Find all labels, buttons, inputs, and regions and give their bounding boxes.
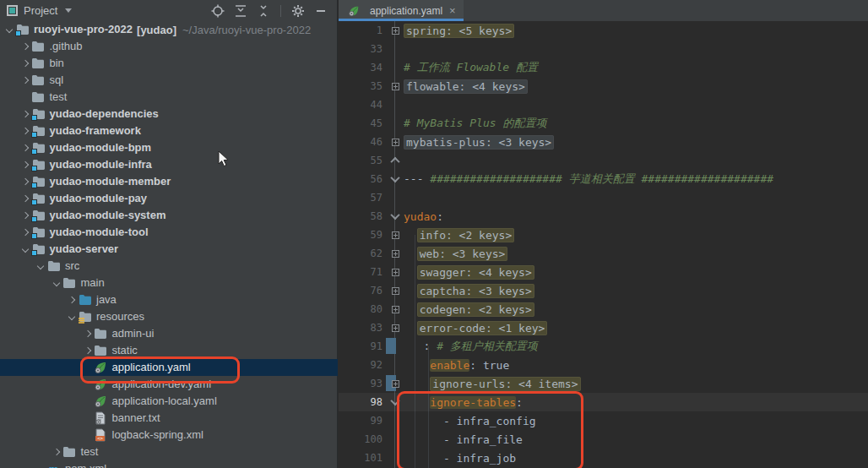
line-number: 92 [339,359,382,371]
code-area[interactable]: 1spring: <5 keys>3334# 工作流 Flowable 配置35… [339,21,868,468]
expand-all-button[interactable] [233,3,248,19]
tree-item-yudao-server[interactable]: yudao-server [0,241,338,258]
editor-line-56[interactable]: 56--- #################### 芋道相关配置 ######… [339,170,868,188]
tree-item-yudao-module-member[interactable]: yudao-module-member [0,173,338,190]
tree-item-src[interactable]: src [0,258,338,275]
settings-gear-button[interactable] [290,3,306,19]
fold-expanded-start-icon[interactable] [389,207,401,226]
editor-line-46[interactable]: 46mybatis-plus: <3 keys> [339,133,868,151]
chevron-down-icon[interactable] [19,243,31,255]
fold-collapsed-icon[interactable] [389,300,401,318]
fold-collapsed-icon[interactable] [389,226,401,244]
chevron-right-icon[interactable] [66,294,78,306]
editor-line-44[interactable]: 44 [339,95,868,114]
tree-item-yudao-framework[interactable]: yudao-framework [0,122,338,139]
tree-item-yudao-module-pay[interactable]: yudao-module-pay [0,190,338,207]
tree-item-yudao-module-bpm[interactable]: yudao-module-bpm [0,139,338,156]
tree-item-yudao-module-system[interactable]: yudao-module-system [0,207,338,224]
fold-collapsed-icon[interactable] [389,263,401,281]
editor-line-76[interactable]: 76 captcha: <3 keys> [339,281,868,300]
chevron-down-icon[interactable] [3,24,15,35]
editor-line-91[interactable]: 91 : # 多租户相关配置项 [339,337,868,356]
chevron-right-icon[interactable] [19,125,31,137]
chevron-right-icon[interactable] [19,108,31,120]
editor-line-45[interactable]: 45# MyBatis Plus 的配置项 [339,114,868,133]
code-segment-plain [404,303,417,316]
chevron-right-icon[interactable] [19,226,31,238]
tree-item-yudao-dependencies[interactable]: yudao-dependencies [0,106,338,122]
chevron-right-icon[interactable] [19,142,31,154]
tree-item-logback-spring.xml[interactable]: <>logback-spring.xml [0,427,338,444]
editor-line-1[interactable]: 1spring: <5 keys> [339,21,868,40]
editor-line-99[interactable]: 99 - infra_config [339,411,868,430]
fold-collapsed-icon[interactable] [389,281,401,300]
fold-expanded-end-icon[interactable] [389,151,401,170]
fold-collapsed-icon[interactable] [389,318,401,337]
tab-close-icon[interactable]: × [449,5,456,16]
editor-line-35[interactable]: 35flowable: <4 keys> [339,77,868,95]
chevron-right-icon[interactable] [19,74,31,86]
tree-item-yudao-module-tool[interactable]: yudao-module-tool [0,224,338,241]
code-text: # MyBatis Plus 的配置项 [404,116,546,131]
hide-panel-button[interactable] [313,3,328,19]
collapse-all-button[interactable] [256,3,271,19]
tab-application-yaml[interactable]: application.yaml × [339,0,464,21]
tree-item-resources[interactable]: resources [0,308,338,325]
editor-line-71[interactable]: 71 swagger: <4 keys> [339,263,868,281]
editor-line-100[interactable]: 100 - infra_file [339,430,868,449]
tree-item-static[interactable]: static [0,342,338,359]
tree-item-.github[interactable]: .github [0,38,338,55]
tree-item-application.yaml[interactable]: application.yaml [0,359,338,376]
locate-file-button[interactable] [210,3,225,19]
fold-collapsed-icon[interactable] [389,244,401,263]
editor-line-101[interactable]: 101 - infra_job [339,449,868,467]
chevron-right-icon[interactable] [19,57,31,69]
module-folder-icon [31,175,46,188]
editor-line-57[interactable]: 57 [339,188,868,207]
tree-item-ruoyi-vue-pro-2022[interactable]: ruoyi-vue-pro-2022[yudao]~/Java/ruoyi-vu… [0,21,338,38]
tree-item-test[interactable]: test [0,444,338,460]
editor-line-98[interactable]: 98 ignore-tables: [339,393,868,411]
editor-line-34[interactable]: 34# 工作流 Flowable 配置 [339,58,868,77]
editor-line-93[interactable]: 93 ignore-urls: <4 items> [339,374,868,393]
editor-line-59[interactable]: 59 info: <2 keys> [339,226,868,244]
editor-line-58[interactable]: 58yudao: [339,207,868,226]
fold-collapsed-icon[interactable] [389,133,401,151]
fold-collapsed-icon[interactable] [389,21,401,40]
editor-line-62[interactable]: 62 web: <3 keys> [339,244,868,263]
chevron-down-icon[interactable] [51,277,62,289]
fold-collapsed-icon[interactable] [389,374,401,393]
chevron-right-icon[interactable] [19,210,31,221]
fold-expanded-start-icon[interactable] [389,170,401,188]
chevron-right-icon[interactable] [82,345,94,356]
code-segment-key-hl: ignore-tables [430,396,516,409]
chevron-right-icon[interactable] [19,41,31,52]
tree-item-java[interactable]: java [0,291,338,308]
chevron-right-icon[interactable] [19,159,31,171]
chevron-right-icon[interactable] [51,446,62,458]
module-folder-icon [31,107,46,121]
editor-line-33[interactable]: 33 [339,40,868,58]
tree-item-banner.txt[interactable]: banner.txt [0,410,338,427]
tree-item-test[interactable]: test [0,89,338,106]
chevron-right-icon[interactable] [82,328,94,340]
tree-item-main[interactable]: main [0,275,338,291]
tree-item-application-dev.yaml[interactable]: application-dev.yaml [0,376,338,393]
tree-item-application-local.yaml[interactable]: application-local.yaml [0,393,338,410]
editor-line-80[interactable]: 80 codegen: <2 keys> [339,300,868,318]
tree-item-sql[interactable]: sql [0,72,338,89]
editor-line-92[interactable]: 92 enable: true [339,356,868,374]
editor-line-83[interactable]: 83 error-code: <1 key> [339,318,868,337]
fold-collapsed-icon[interactable] [389,77,401,95]
chevron-right-icon[interactable] [19,176,31,188]
tree-item-admin-ui[interactable]: admin-ui [0,325,338,342]
tree-item-pom.xml[interactable]: mpom.xml [0,460,338,468]
project-view-selector[interactable]: Project [7,4,72,17]
fold-expanded-start-icon[interactable] [389,393,401,411]
chevron-down-icon[interactable] [35,260,46,272]
tree-item-bin[interactable]: bin [0,55,338,72]
tree-item-yudao-module-infra[interactable]: yudao-module-infra [0,156,338,173]
editor-line-55[interactable]: 55 [339,151,868,170]
chevron-down-icon[interactable] [66,311,78,323]
chevron-right-icon[interactable] [19,193,31,204]
